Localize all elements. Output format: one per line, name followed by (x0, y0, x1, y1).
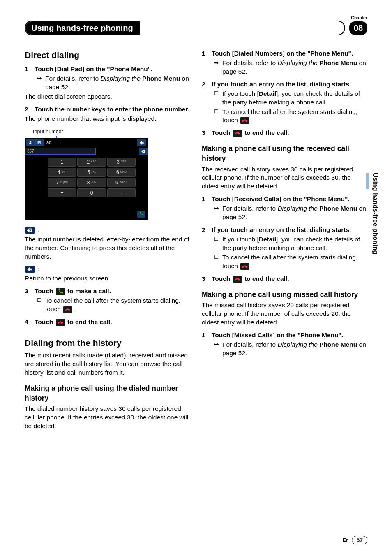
end-call-icon[interactable] (233, 130, 242, 137)
delete-icon[interactable] (25, 227, 35, 234)
received-step-2-note2: To cancel the call after the system star… (214, 253, 367, 271)
page-title: Using hands-free phoning (25, 21, 140, 35)
left-column: Direct dialing 1Touch [Dial Pad] on the … (25, 45, 190, 431)
side-tab-text: Using hands-free phoning (372, 173, 379, 254)
dialpad-key[interactable]: + (48, 188, 76, 197)
footer-page: 57 (352, 536, 367, 544)
back-icon-line: : (25, 265, 190, 273)
dialed-step-1-detail: For details, refer to Displaying the Pho… (214, 59, 367, 76)
dialed-step-2-note2: To cancel the call after the system star… (214, 108, 367, 125)
missed-step-1: 1Touch [Missed Calls] on the "Phone Menu… (202, 331, 367, 340)
heading-received-history: Making a phone call using the received c… (202, 144, 367, 163)
call-icon[interactable] (56, 288, 65, 295)
dialpad-key[interactable]: 3DEF (107, 158, 136, 167)
side-tab-marker (366, 173, 369, 189)
dialpad-key[interactable]: 9WXYZ (107, 178, 136, 187)
dialpad-delete-button[interactable] (139, 148, 148, 155)
dialpad-call-button[interactable] (137, 211, 145, 218)
dialpad-key[interactable]: 1 (48, 158, 76, 167)
step-3: 3Touch to make a call. (25, 287, 190, 296)
side-tab: Using hands-free phoning (371, 173, 380, 296)
dialpad-key[interactable]: 5JKL (77, 168, 106, 177)
received-intro: The received call history saves 30 calls… (202, 165, 367, 191)
dialed-step-2-note1: If you touch [Detail], you can check the… (214, 90, 367, 107)
dialpad-key[interactable]: 2ABC (77, 158, 106, 167)
dialpad-key[interactable]: - (107, 188, 136, 197)
heading-history: Dialing from the history (25, 337, 190, 349)
dialed-step-2: 2If you touch an entry on the list, dial… (202, 80, 367, 89)
dialpad-key-grid: 12ABC3DEF4GHI5JKL6MNO7PQRS8TUV9WXYZ+0- (48, 158, 136, 197)
received-step-1-detail: For details, refer to Displaying the Pho… (214, 204, 367, 222)
header-title-pill: Using hands-free phoning (25, 21, 345, 35)
heading-missed-history: Making a phone call using missed call hi… (202, 290, 367, 300)
step-3-note: To cancel the call after the system star… (37, 297, 190, 314)
dialpad-number-display: 357 (25, 148, 96, 155)
dialpad-back-button[interactable] (137, 139, 146, 146)
dialed-history-intro: The dialed number history saves 30 calls… (25, 405, 190, 431)
heading-dialed-history: Making a phone call using the dialed num… (25, 384, 190, 403)
end-call-icon[interactable] (56, 319, 65, 326)
heading-direct-dialing: Direct dialing (25, 49, 190, 61)
chapter-label: Chapter (351, 15, 367, 21)
step-2: 2Touch the number keys to enter the phon… (25, 105, 190, 114)
delete-icon-desc: The input number is deleted letter-by-le… (25, 235, 190, 261)
dialed-step-1: 1Touch [Dialed Numbers] on the "Phone Me… (202, 49, 367, 58)
page-footer: En 57 (343, 536, 367, 544)
end-call-icon[interactable] (63, 306, 72, 313)
dialed-step-3: 3Touch to end the call. (202, 129, 367, 137)
dialpad-pad-fragment: ad (46, 139, 51, 146)
dialpad-illustration: Dial ad 357 12ABC3DEF4GHI5JKL6MNO7PQRS8T… (25, 138, 148, 220)
received-step-1: 1Touch [Received Calls] on the "Phone Me… (202, 195, 367, 204)
dialpad-dial-tab[interactable]: Dial (26, 139, 44, 146)
page: Chapter Using hands-free phoning 08 Dire… (0, 0, 392, 556)
step-1-detail: For details, refer to Displaying the Pho… (37, 74, 190, 92)
delete-icon-line: : (25, 226, 190, 234)
received-step-2: 2If you touch an entry on the list, dial… (202, 226, 367, 234)
end-call-icon[interactable] (240, 263, 249, 270)
end-call-icon[interactable] (233, 276, 242, 283)
dialpad-key[interactable]: 7PQRS (48, 178, 76, 187)
chapter-number: 08 (349, 21, 367, 35)
dialpad-key[interactable]: 0 (77, 188, 106, 197)
back-icon-desc: Return to the previous screen. (25, 274, 190, 283)
end-call-icon[interactable] (240, 117, 249, 124)
step-1: 1Touch [Dial Pad] on the "Phone Menu". (25, 65, 190, 74)
dialpad-key[interactable]: 4GHI (48, 168, 76, 177)
illustration-label: Input number (33, 128, 190, 135)
step-2-result: The phone number that was input is displ… (25, 115, 190, 123)
dialpad-key[interactable]: 8TUV (77, 178, 106, 187)
step-4: 4Touch to end the call. (25, 318, 190, 327)
back-icon[interactable] (25, 266, 35, 273)
step-1-result: The direct dial screen appears. (25, 93, 190, 101)
page-header: Chapter Using hands-free phoning 08 (25, 21, 367, 35)
received-step-3: 3Touch to end the call. (202, 275, 367, 283)
received-step-2-note1: If you touch [Detail], you can check the… (214, 235, 367, 253)
history-intro: The most recent calls made (dialed), rec… (25, 351, 190, 377)
right-column: 1Touch [Dialed Numbers] on the "Phone Me… (202, 45, 367, 431)
missed-step-1-detail: For details, refer to Displaying the Pho… (214, 341, 367, 358)
dialpad-key[interactable]: 6MNO (107, 168, 136, 177)
footer-lang: En (343, 537, 348, 543)
missed-intro: The missed call history saves 20 calls p… (202, 301, 367, 327)
